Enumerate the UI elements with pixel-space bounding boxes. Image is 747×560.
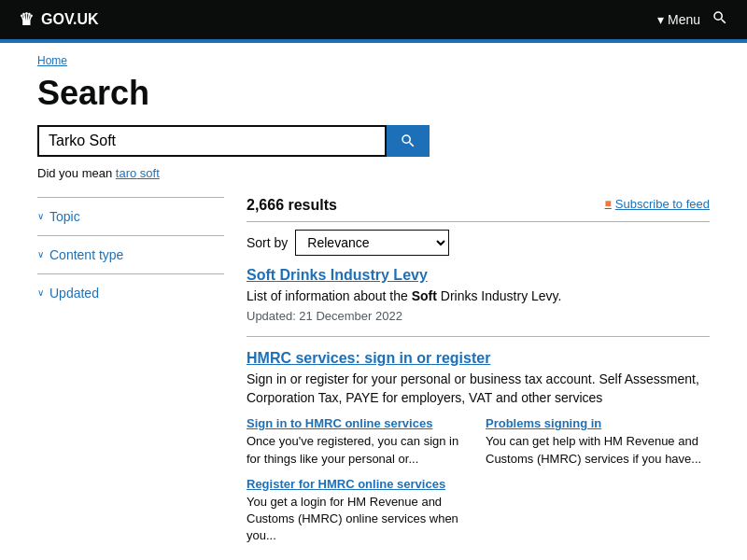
result-title-text: HMRC services: sign in or register bbox=[247, 350, 490, 366]
filter-topic-label[interactable]: ∨ Topic bbox=[37, 209, 224, 224]
subscribe-label: Subscribe to feed bbox=[615, 197, 710, 211]
results-count: 2,666 results bbox=[247, 197, 337, 214]
content-area: ∨ Topic ∨ Content type ∨ Updated 2,666 bbox=[37, 197, 710, 545]
sort-select[interactable]: Relevance Updated (newest) Updated (olde… bbox=[295, 230, 449, 256]
result-title[interactable]: Soft Drinks Industry Levy bbox=[247, 267, 428, 283]
menu-chevron: ▾ bbox=[657, 12, 664, 27]
filter-updated-label[interactable]: ∨ Updated bbox=[37, 286, 224, 301]
site-header: ♛ GOV.UK ▾ Menu bbox=[0, 0, 747, 39]
main-content: Home Search Did you mean taro soft ∨ Top… bbox=[19, 43, 728, 560]
search-input[interactable] bbox=[37, 125, 387, 157]
sub-result-item: Register for HMRC online services You ge… bbox=[247, 477, 471, 545]
filter-topic[interactable]: ∨ Topic bbox=[37, 197, 224, 235]
chevron-down-icon: ∨ bbox=[37, 211, 44, 221]
menu-label: Menu bbox=[668, 12, 700, 27]
result-updated: Updated: 21 December 2022 bbox=[247, 309, 710, 323]
result-desc-bold: Soft bbox=[412, 288, 437, 303]
result-title-bold: Soft bbox=[247, 267, 275, 283]
sort-bar: Sort by Relevance Updated (newest) Updat… bbox=[247, 221, 710, 256]
did-you-mean-prefix: Did you mean bbox=[37, 166, 116, 180]
sub-result-desc: You get a login for HM Revenue and Custo… bbox=[247, 495, 458, 542]
sub-result-desc: You can get help with HM Revenue and Cus… bbox=[486, 434, 701, 465]
search-bar bbox=[37, 125, 430, 157]
result-item: HMRC services: sign in or register Sign … bbox=[247, 350, 710, 544]
sub-results: Sign in to HMRC online services Once you… bbox=[247, 416, 710, 544]
chevron-down-icon: ∨ bbox=[37, 249, 44, 259]
chevron-down-icon: ∨ bbox=[37, 287, 44, 298]
result-divider bbox=[247, 336, 710, 337]
sub-result-item: Sign in to HMRC online services Once you… bbox=[247, 416, 471, 467]
search-results: 2,666 results ■ Subscribe to feed Sort b… bbox=[247, 197, 710, 545]
did-you-mean-word2[interactable]: soft bbox=[136, 166, 160, 180]
sub-result-title[interactable]: Problems signing in bbox=[486, 416, 710, 430]
search-icon bbox=[400, 133, 416, 149]
sidebar-filters: ∨ Topic ∨ Content type ∨ Updated bbox=[37, 197, 224, 545]
did-you-mean-word1[interactable]: taro bbox=[116, 166, 136, 180]
result-item: Soft Drinks Industry Levy List of inform… bbox=[247, 267, 710, 324]
breadcrumb: Home bbox=[37, 54, 710, 67]
results-header: 2,666 results ■ Subscribe to feed bbox=[247, 197, 710, 214]
sub-result-item: Problems signing in You can get help wit… bbox=[486, 416, 710, 467]
header-right: ▾ Menu bbox=[657, 9, 728, 30]
filter-updated-text: Updated bbox=[49, 286, 99, 301]
sub-result-title[interactable]: Register for HMRC online services bbox=[247, 477, 471, 491]
search-button[interactable] bbox=[387, 125, 430, 157]
gov-logo: ♛ GOV.UK bbox=[19, 9, 99, 30]
sub-result-desc: Once you've registered, you can sign in … bbox=[247, 434, 458, 465]
filter-topic-text: Topic bbox=[49, 209, 80, 224]
result-description: Sign in or register for your personal or… bbox=[247, 371, 710, 407]
result-title-rest: Drinks Industry Levy bbox=[275, 267, 428, 283]
logo-text: GOV.UK bbox=[41, 11, 99, 28]
filter-content-type[interactable]: ∨ Content type bbox=[37, 235, 224, 273]
sub-result-title[interactable]: Sign in to HMRC online services bbox=[247, 416, 471, 430]
breadcrumb-home[interactable]: Home bbox=[37, 54, 67, 67]
did-you-mean: Did you mean taro soft bbox=[37, 166, 710, 180]
menu-button[interactable]: ▾ Menu bbox=[657, 12, 700, 27]
search-icon bbox=[712, 9, 728, 26]
sort-label: Sort by bbox=[247, 235, 288, 250]
filter-updated[interactable]: ∨ Updated bbox=[37, 273, 224, 312]
result-description: List of information about the Soft Drink… bbox=[247, 287, 710, 306]
header-search-button[interactable] bbox=[712, 9, 728, 30]
feed-icon: ■ bbox=[605, 197, 612, 210]
result-title[interactable]: HMRC services: sign in or register bbox=[247, 350, 490, 366]
filter-content-type-text: Content type bbox=[49, 247, 123, 262]
subscribe-link[interactable]: ■ Subscribe to feed bbox=[605, 197, 710, 211]
filter-content-type-label[interactable]: ∨ Content type bbox=[37, 247, 224, 262]
page-title: Search bbox=[37, 75, 710, 112]
crown-icon: ♛ bbox=[19, 9, 34, 30]
